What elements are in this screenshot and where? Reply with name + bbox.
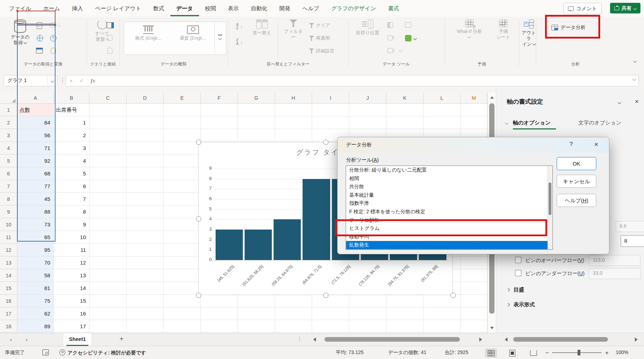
cancel-entry-icon[interactable]: × <box>70 78 73 84</box>
what-if-analysis-button[interactable]: ? What-If 分析 <box>453 19 486 40</box>
ribbon-tab-5[interactable]: データ <box>170 1 199 16</box>
cell-C4[interactable] <box>89 142 127 155</box>
dialog-close-icon[interactable]: × <box>594 140 598 149</box>
prev-sheet-icon[interactable]: ‹ <box>10 336 12 343</box>
cell-J16[interactable] <box>349 295 386 307</box>
analysis-tool-item-7[interactable]: ヒストグラム <box>346 224 552 233</box>
cell-E17[interactable] <box>164 307 201 320</box>
column-header-B[interactable]: B <box>54 93 89 104</box>
cell-E8[interactable] <box>164 193 201 205</box>
cell-A11[interactable]: 65 <box>17 231 54 244</box>
cell-A5[interactable]: 92 <box>17 155 54 167</box>
cell-D12[interactable] <box>127 244 164 256</box>
dialog-help-icon[interactable]: ? <box>569 141 573 148</box>
cell-C18[interactable] <box>89 320 127 333</box>
cell-B8[interactable]: 7 <box>54 193 89 205</box>
comments-button[interactable]: コメント <box>563 3 602 14</box>
cell-D4[interactable] <box>127 142 164 155</box>
row-header-17[interactable]: 17 <box>0 307 17 320</box>
column-header-K[interactable]: K <box>386 93 423 104</box>
cell-L18[interactable] <box>423 320 461 333</box>
cell-D1[interactable] <box>127 104 164 116</box>
cell-K2[interactable] <box>386 116 423 129</box>
remove-duplicates-button[interactable]: × <box>387 35 395 40</box>
cell-H17[interactable] <box>275 307 312 320</box>
cell-A9[interactable]: 88 <box>17 205 54 218</box>
bin-count-input[interactable]: 8 <box>621 235 644 247</box>
list-scroll-thumb[interactable] <box>549 183 551 215</box>
outline-button[interactable]: + アウトライン <box>520 19 538 47</box>
ribbon-tab-8[interactable]: 自動化 <box>245 1 274 16</box>
row-header-16[interactable]: 16 <box>0 295 17 307</box>
ribbon-tab-0[interactable]: ファイル <box>3 1 37 16</box>
zoom-out-button[interactable]: − <box>545 349 549 357</box>
analysis-tool-item-0[interactable]: 分散分析: 繰り返しのない二元配置 <box>346 166 552 174</box>
chart-handle-7[interactable] <box>451 293 456 298</box>
pane-hscroll-thumb[interactable] <box>513 337 608 342</box>
chart-handle-0[interactable] <box>196 140 201 145</box>
row-header-2[interactable]: 2 <box>0 116 17 129</box>
cell-A3[interactable]: 56 <box>17 129 54 142</box>
histogram-bar-0[interactable] <box>216 230 243 260</box>
ok-button[interactable]: OK <box>557 157 596 170</box>
cell-I17[interactable] <box>312 307 349 320</box>
scroll-up-icon[interactable] <box>490 96 494 99</box>
chart-handle-5[interactable] <box>196 293 201 298</box>
cell-D10[interactable] <box>127 218 164 231</box>
ribbon-tab-12[interactable]: 書式 <box>382 1 405 16</box>
analysis-tool-item-8[interactable]: 移動平均 <box>346 233 552 241</box>
cell-A14[interactable]: 58 <box>17 269 54 282</box>
consolidate-button[interactable] <box>405 22 411 28</box>
existing-connections-button[interactable] <box>51 48 56 54</box>
cell-G18[interactable] <box>238 320 275 333</box>
underflow-bin-checkbox[interactable] <box>515 270 521 276</box>
cell-B4[interactable]: 3 <box>54 142 89 155</box>
ribbon-tab-10[interactable]: ヘルプ <box>296 1 325 16</box>
from-web-button[interactable] <box>37 35 43 41</box>
sort-descending-button[interactable]: ZA↓ <box>236 39 243 46</box>
column-header-F[interactable]: F <box>201 93 238 104</box>
cell-G2[interactable] <box>238 116 275 129</box>
cell-A7[interactable]: 77 <box>17 180 54 193</box>
cell-B9[interactable]: 8 <box>54 205 89 218</box>
analysis-tool-item-5[interactable]: F 検定: 2 標本を使った分散の検定 <box>346 208 552 216</box>
cell-C10[interactable] <box>89 218 127 231</box>
tab-text-options[interactable]: 文字のオプション <box>578 120 621 126</box>
cell-D9[interactable] <box>127 205 164 218</box>
underflow-bin-value[interactable]: 33.0 <box>589 268 640 279</box>
cell-D6[interactable] <box>127 167 164 180</box>
cell-G1[interactable] <box>238 104 275 116</box>
cell-L1[interactable] <box>423 104 461 116</box>
column-header-M[interactable]: M <box>461 93 487 104</box>
currency-data-type[interactable]: 通貨 (Engli… <box>174 25 212 41</box>
cell-E6[interactable] <box>164 167 201 180</box>
data-analysis-button[interactable]: データ分析 <box>551 24 586 31</box>
next-sheet-icon[interactable]: › <box>25 336 28 343</box>
section-number-format[interactable]: 表示形式 <box>507 301 535 308</box>
cell-H18[interactable] <box>275 320 312 333</box>
cell-M1[interactable] <box>461 104 487 116</box>
column-header-G[interactable]: G <box>238 93 275 104</box>
pane-collapse-chevron-icon[interactable] <box>618 101 621 104</box>
row-header-7[interactable]: 7 <box>0 180 17 193</box>
cell-D11[interactable] <box>127 231 164 244</box>
column-header-E[interactable]: E <box>164 93 201 104</box>
cell-A10[interactable]: 73 <box>17 218 54 231</box>
cell-B2[interactable]: 1 <box>54 116 89 129</box>
collapse-ribbon-chevron-icon[interactable] <box>633 59 637 63</box>
cell-C9[interactable] <box>89 205 127 218</box>
cell-A1[interactable]: 点数 <box>17 104 54 116</box>
cell-F18[interactable] <box>201 320 238 333</box>
cell-M14[interactable] <box>461 269 487 282</box>
cell-A17[interactable]: 62 <box>17 307 54 320</box>
cell-A8[interactable]: 45 <box>17 193 54 205</box>
hscroll-thumb[interactable] <box>324 337 460 342</box>
row-header-4[interactable]: 4 <box>0 142 17 155</box>
cell-D2[interactable] <box>127 116 164 129</box>
cell-B5[interactable]: 4 <box>54 155 89 167</box>
cell-B7[interactable]: 6 <box>54 180 89 193</box>
cell-C14[interactable] <box>89 269 127 282</box>
cell-E4[interactable] <box>164 142 201 155</box>
cell-K17[interactable] <box>386 307 423 320</box>
zoom-slider-thumb[interactable] <box>578 350 580 355</box>
